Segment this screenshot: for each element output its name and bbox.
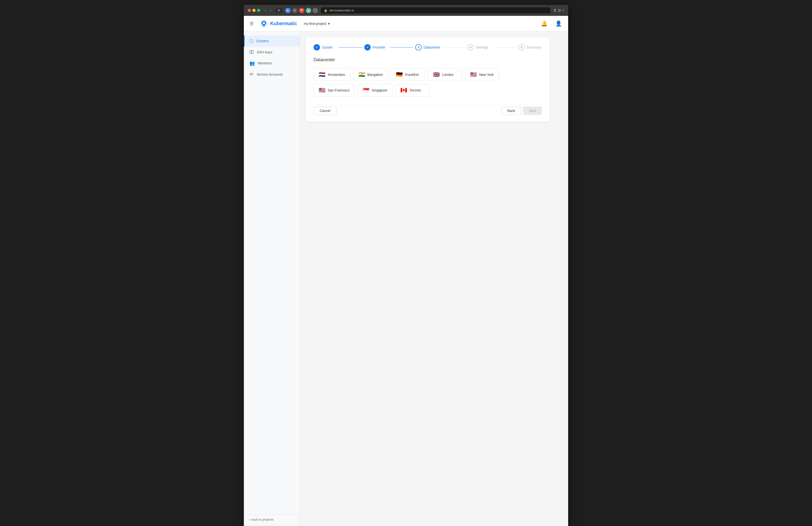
datacenter-san-francisco-label: San Francisco: [328, 88, 349, 92]
ext-icon-3: ⚑: [299, 8, 304, 13]
sidebar-bottom: ‹ back to projects: [244, 514, 300, 524]
share-button[interactable]: ⬆: [553, 8, 556, 13]
step-summary-indicator: 5: [518, 44, 525, 51]
navigation-buttons: Back Next: [501, 106, 542, 115]
notifications-button[interactable]: 🔔: [539, 19, 549, 28]
top-nav: ☰ Kubermatic my-first-project ▾ 🔔 👤: [244, 16, 568, 31]
step-provider-indicator: [364, 44, 371, 51]
datacenter-amsterdam[interactable]: 🇳🇱 Amsterdam: [314, 68, 350, 81]
logo-area: Kubermatic: [259, 19, 297, 28]
datacenter-san-francisco[interactable]: 🇺🇸 San Francisco: [314, 84, 354, 97]
flag-new-york: 🇺🇸: [470, 72, 477, 77]
datacenter-london-label: London: [442, 73, 453, 76]
step-provider-label: Provider: [373, 45, 385, 49]
ext-icon-1: B+: [285, 8, 291, 13]
datacenter-grid: 🇳🇱 Amsterdam 🇮🇳 Bangalore 🇩🇪 Frankfurt 🇬…: [314, 68, 542, 97]
new-tab-button[interactable]: +: [562, 8, 564, 13]
datacenter-singapore[interactable]: 🇸🇬 Singapore: [358, 84, 392, 97]
url-text: dev.kubermatic.io: [330, 9, 354, 12]
datacenter-toronto[interactable]: 🇨🇦 Toronto: [395, 84, 430, 97]
sidebar-item-ssh-keys[interactable]: ⚿ SSH Keys: [244, 47, 300, 58]
flag-bangalore: 🇮🇳: [359, 72, 365, 77]
maximize-button[interactable]: [257, 9, 260, 12]
step-settings[interactable]: 4 Settings: [467, 44, 491, 51]
step-datacenter-label: Datacenter: [423, 45, 440, 49]
flag-london: 🇬🇧: [433, 72, 440, 77]
sidebar-item-ssh-keys-label: SSH Keys: [257, 50, 272, 54]
flag-toronto: 🇨🇦: [401, 88, 407, 93]
step-summary-label: Summary: [527, 45, 541, 49]
step-settings-number: 4: [470, 46, 472, 49]
ext-icon-2: ⊙: [292, 8, 298, 13]
main-content: Cluster Provider 3: [300, 31, 568, 526]
flag-singapore: 🇸🇬: [363, 88, 369, 93]
step-provider-check: [366, 46, 369, 49]
step-settings-indicator: 4: [467, 44, 474, 51]
logo-text: Kubermatic: [270, 21, 297, 26]
back-button[interactable]: Back: [501, 106, 521, 115]
project-name: my-first-project: [304, 22, 327, 26]
datacenter-london[interactable]: 🇬🇧 London: [428, 68, 462, 81]
step-datacenter[interactable]: 3 Datacenter: [415, 44, 440, 51]
wizard-actions: Cancel Back Next: [314, 104, 542, 115]
app-layout: ⬡ Clusters ⚿ SSH Keys 👥 Members ⛮ Servic…: [244, 31, 568, 526]
step-summary-number: 5: [521, 46, 522, 49]
datacenter-bangalore-label: Bangalore: [367, 73, 383, 76]
datacenter-amsterdam-label: Amsterdam: [328, 73, 345, 76]
ext-icon-4: ☁: [306, 8, 311, 13]
cancel-button[interactable]: Cancel: [314, 106, 336, 115]
service-accounts-icon: ⛮: [249, 72, 254, 77]
browser-chrome: ‹ › ⊞ B+ ⊙ ⚑ ☁ ⋮⋮ 🔒 dev.kubermatic.io ⬆ …: [244, 5, 568, 16]
wizard-card: Cluster Provider 3: [306, 37, 550, 122]
step-cluster-indicator: [314, 44, 320, 51]
sidebar: ⬡ Clusters ⚿ SSH Keys 👥 Members ⛮ Servic…: [244, 31, 300, 526]
project-dropdown-icon: ▾: [328, 22, 330, 26]
sidebar-item-members[interactable]: 👥 Members: [244, 58, 300, 69]
back-nav-button[interactable]: ‹: [263, 8, 267, 13]
flag-san-francisco: 🇺🇸: [319, 88, 325, 93]
forward-nav-button[interactable]: ›: [268, 8, 272, 13]
sidebar-item-service-accounts-label: Service Accounts: [257, 72, 283, 76]
ssh-keys-icon: ⚿: [249, 49, 254, 55]
next-button[interactable]: Next: [523, 106, 542, 115]
back-to-projects-label: back to projects: [251, 518, 273, 521]
step-provider[interactable]: Provider: [364, 44, 388, 51]
address-bar[interactable]: 🔒 dev.kubermatic.io: [321, 7, 550, 13]
section-title: Datacenter: [314, 57, 542, 62]
datacenter-frankfurt-label: Frankfurt: [405, 73, 419, 76]
sidebar-toggle-button[interactable]: ⧉: [558, 8, 561, 13]
stepper: Cluster Provider 3: [314, 44, 542, 51]
step-datacenter-indicator: 3: [415, 44, 422, 51]
browser-actions: ⬆ ⧉ +: [553, 8, 564, 13]
sidebar-item-clusters-label: Clusters: [256, 39, 269, 43]
back-to-projects-link[interactable]: ‹ back to projects: [249, 518, 295, 521]
project-selector[interactable]: my-first-project ▾: [302, 21, 332, 27]
datacenter-frankfurt[interactable]: 🇩🇪 Frankfurt: [391, 68, 425, 81]
step-summary[interactable]: 5 Summary: [518, 44, 542, 51]
extension-icons: B+ ⊙ ⚑ ☁ ⋮⋮: [285, 8, 318, 13]
traffic-lights: [248, 9, 260, 12]
ext-icon-5: ⋮⋮: [313, 8, 318, 13]
datacenter-new-york[interactable]: 🇺🇸 New York: [465, 68, 499, 81]
clusters-icon: ⬡: [249, 38, 253, 44]
step-datacenter-number: 3: [418, 46, 419, 49]
close-button[interactable]: [248, 9, 251, 12]
tab-switcher[interactable]: ⊞: [276, 8, 282, 13]
step-cluster-label: Cluster: [322, 45, 333, 49]
step-cluster-check: [316, 46, 318, 49]
minimize-button[interactable]: [252, 9, 256, 12]
hamburger-button[interactable]: ☰: [249, 20, 255, 27]
datacenter-toronto-label: Toronto: [409, 88, 421, 92]
user-profile-button[interactable]: 👤: [554, 19, 563, 28]
svg-point-1: [263, 22, 265, 24]
sidebar-item-members-label: Members: [258, 61, 272, 65]
flag-amsterdam: 🇳🇱: [319, 72, 325, 77]
step-cluster[interactable]: Cluster: [314, 44, 337, 51]
back-arrow-icon: ‹: [249, 518, 250, 521]
flag-frankfurt: 🇩🇪: [396, 72, 403, 77]
sidebar-item-service-accounts[interactable]: ⛮ Service Accounts: [244, 69, 300, 80]
datacenter-bangalore[interactable]: 🇮🇳 Bangalore: [353, 68, 388, 81]
browser-window: ‹ › ⊞ B+ ⊙ ⚑ ☁ ⋮⋮ 🔒 dev.kubermatic.io ⬆ …: [244, 5, 568, 526]
sidebar-item-clusters[interactable]: ⬡ Clusters: [244, 35, 300, 47]
logo-icon: [259, 19, 268, 28]
